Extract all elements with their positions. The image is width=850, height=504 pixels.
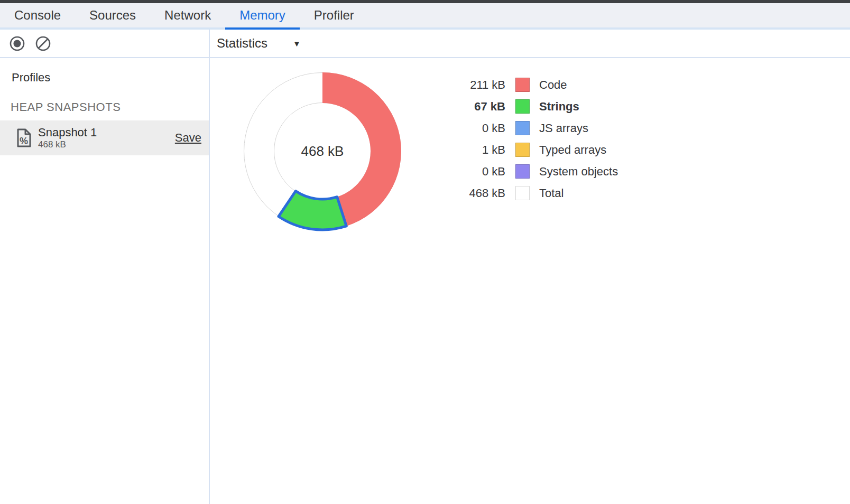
legend-swatch-code <box>515 78 530 92</box>
legend-value: 1 kB <box>446 143 505 157</box>
tab-network[interactable]: Network <box>150 3 225 27</box>
record-icon <box>9 35 25 52</box>
statistics-panel: 468 kB 211 kBCode67 kBStrings0 kBJS arra… <box>210 58 850 504</box>
snapshot-title: Snapshot 1 <box>38 126 175 139</box>
legend-label: Code <box>539 78 567 92</box>
perspective-dropdown-label: Statistics <box>217 36 267 51</box>
legend-row-system-objects: 0 kBSystem objects <box>446 161 618 182</box>
legend-value: 0 kB <box>446 122 505 135</box>
tab-memory[interactable]: Memory <box>225 3 300 27</box>
legend-value: 0 kB <box>446 165 505 179</box>
tab-sources[interactable]: Sources <box>75 3 150 27</box>
snapshot-list-item[interactable]: % Snapshot 1 468 kB Save <box>0 120 209 155</box>
legend-swatch-typed-arrays <box>515 143 530 157</box>
heap-snapshots-heading: HEAP SNAPSHOTS <box>0 100 209 114</box>
legend-row-code: 211 kBCode <box>446 74 618 96</box>
donut-svg <box>242 71 403 231</box>
profiles-toolbar-section <box>0 30 210 57</box>
legend-value: 67 kB <box>446 100 505 114</box>
donut-slice-strings[interactable] <box>279 191 346 230</box>
chevron-down-icon: ▼ <box>293 39 301 48</box>
clear-icon <box>35 35 51 52</box>
svg-text:%: % <box>20 136 28 146</box>
record-heap-snapshot-button[interactable] <box>8 35 25 52</box>
legend-value: 468 kB <box>446 186 505 200</box>
legend-row-js-arrays: 0 kBJS arrays <box>446 117 618 139</box>
legend-swatch-total <box>515 186 530 200</box>
legend-row-total: 468 kBTotal <box>446 182 618 204</box>
devtools-window: ConsoleSourcesNetworkMemoryProfiler Stat… <box>0 0 850 504</box>
memory-toolbar: Statistics ▼ <box>0 30 850 58</box>
legend-row-strings: 67 kBStrings <box>446 96 618 117</box>
chart-legend: 211 kBCode67 kBStrings0 kBJS arrays1 kBT… <box>446 74 618 204</box>
snapshot-size: 468 kB <box>38 139 175 150</box>
legend-value: 211 kB <box>446 78 505 92</box>
legend-row-typed-arrays: 1 kBTyped arrays <box>446 139 618 161</box>
profiles-sidebar: Profiles HEAP SNAPSHOTS % Snapshot 1 468… <box>0 58 210 504</box>
legend-label: Strings <box>539 100 579 114</box>
snapshot-meta: Snapshot 1 468 kB <box>38 126 175 150</box>
save-snapshot-link[interactable]: Save <box>175 131 201 145</box>
devtools-tabbar: ConsoleSourcesNetworkMemoryProfiler <box>0 3 850 30</box>
tab-console[interactable]: Console <box>0 3 75 27</box>
statistics-toolbar-section: Statistics ▼ <box>210 30 850 57</box>
perspective-dropdown[interactable]: Statistics ▼ <box>214 34 304 53</box>
legend-label: Typed arrays <box>539 143 606 157</box>
tab-profiler[interactable]: Profiler <box>300 3 368 27</box>
heap-snapshot-file-icon: % <box>16 128 32 148</box>
profiles-heading: Profiles <box>0 71 209 85</box>
panel-content: Profiles HEAP SNAPSHOTS % Snapshot 1 468… <box>0 58 850 504</box>
legend-swatch-js-arrays <box>515 121 530 135</box>
legend-label: System objects <box>539 165 618 179</box>
heap-usage-donut-chart: 468 kB <box>242 71 403 231</box>
legend-swatch-system-objects <box>515 164 530 179</box>
legend-label: JS arrays <box>539 122 588 135</box>
legend-swatch-strings <box>515 99 530 114</box>
legend-label: Total <box>539 186 563 200</box>
clear-profiles-button[interactable] <box>34 35 51 52</box>
